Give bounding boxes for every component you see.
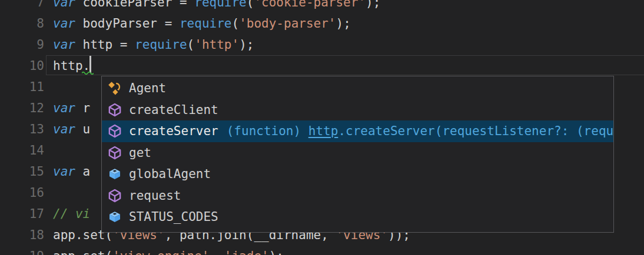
- code-token: cookieParser =: [75, 0, 194, 9]
- suggest-item[interactable]: createClient: [102, 99, 613, 121]
- suggest-label: createServer: [129, 124, 218, 138]
- line-number: 8: [0, 16, 44, 31]
- field-icon: [108, 167, 122, 181]
- line-number: 9: [0, 38, 44, 52]
- line-number: 19: [0, 249, 44, 255]
- code-token: 'jade': [224, 249, 269, 255]
- code-line[interactable]: 10http.: [0, 55, 644, 76]
- code-text: // vi: [44, 207, 90, 221]
- code-text: var bodyParser = require('body-parser');: [44, 16, 351, 31]
- suggest-detail: (function) http.createServer(requestList…: [227, 124, 613, 138]
- code-token: // vi: [53, 207, 90, 221]
- method-icon: [108, 189, 122, 203]
- suggest-item[interactable]: request: [102, 185, 613, 207]
- suggest-item[interactable]: createServer(function) http.createServer…: [102, 120, 613, 142]
- code-text: var cookieParser = require('cookie-parse…: [44, 0, 380, 9]
- code-token: (: [247, 0, 254, 9]
- code-token: var: [53, 122, 75, 136]
- code-token: );: [269, 249, 284, 255]
- code-token: http =: [75, 38, 135, 52]
- code-token: require: [135, 38, 187, 52]
- method-icon: [108, 146, 122, 160]
- method-icon: [108, 103, 122, 117]
- suggest-item[interactable]: Agent: [102, 78, 613, 99]
- line-number: 7: [0, 0, 44, 9]
- code-line[interactable]: 8var bodyParser = require('body-parser')…: [0, 13, 644, 34]
- suggest-label: request: [129, 189, 181, 203]
- code-token: var: [53, 16, 75, 31]
- suggest-list: AgentcreateClientcreateServer(function) …: [102, 76, 613, 228]
- code-line[interactable]: 7var cookieParser = require('cookie-pars…: [0, 0, 644, 13]
- code-token: require: [194, 0, 247, 9]
- code-token: (: [187, 38, 195, 52]
- code-token: );: [336, 16, 351, 31]
- warning-squiggle: [82, 71, 94, 75]
- method-icon: [108, 124, 122, 138]
- code-token: app.set(: [53, 249, 112, 255]
- suggest-item[interactable]: STATUS_CODES: [102, 206, 613, 228]
- line-number: 18: [0, 228, 44, 242]
- line-number: 17: [0, 207, 44, 221]
- code-token: u: [75, 122, 90, 136]
- line-number: 14: [0, 143, 44, 157]
- code-token: 'http': [194, 38, 239, 52]
- code-token: 'cookie-parser': [254, 0, 366, 9]
- code-token: );: [366, 0, 380, 9]
- code-token: r: [75, 101, 90, 115]
- class-icon: [108, 81, 122, 95]
- code-text: app.set('view engine', 'jade');: [44, 249, 284, 255]
- line-number: 15: [0, 165, 44, 179]
- code-token: 'body-parser': [239, 16, 336, 31]
- suggest-label: get: [129, 146, 151, 160]
- code-text: var u: [44, 122, 90, 136]
- suggest-item[interactable]: globalAgent: [102, 163, 613, 185]
- code-token: ,: [210, 249, 224, 255]
- code-token: a: [75, 165, 90, 179]
- code-token: (: [231, 16, 239, 31]
- code-line[interactable]: 19app.set('view engine', 'jade');: [0, 246, 644, 255]
- code-token: require: [180, 16, 232, 31]
- code-token: );: [239, 38, 254, 52]
- suggest-label: STATUS_CODES: [129, 210, 218, 224]
- line-number: 12: [0, 101, 44, 115]
- suggest-label: Agent: [129, 81, 166, 95]
- code-token: var: [53, 165, 75, 179]
- line-number: 11: [0, 80, 44, 94]
- code-token: var: [53, 101, 75, 115]
- code-token: var: [53, 38, 75, 52]
- code-text: var a: [44, 165, 90, 179]
- suggest-item[interactable]: get: [102, 142, 613, 164]
- code-line[interactable]: 9var http = require('http');: [0, 34, 644, 55]
- code-text: var http = require('http');: [44, 38, 254, 52]
- suggest-label: createClient: [129, 103, 218, 117]
- field-icon: [108, 210, 122, 224]
- code-token: bodyParser =: [75, 16, 180, 31]
- line-number: 10: [0, 59, 44, 73]
- code-token: 'view engine': [112, 249, 209, 255]
- suggest-widget: AgentcreateClientcreateServer(function) …: [101, 76, 614, 233]
- code-text: var r: [44, 101, 90, 115]
- suggest-label: globalAgent: [129, 167, 211, 181]
- line-number: 16: [0, 186, 44, 200]
- code-token: var: [53, 0, 75, 9]
- line-number: 13: [0, 122, 44, 136]
- code-editor: 7var cookieParser = require('cookie-pars…: [0, 0, 644, 255]
